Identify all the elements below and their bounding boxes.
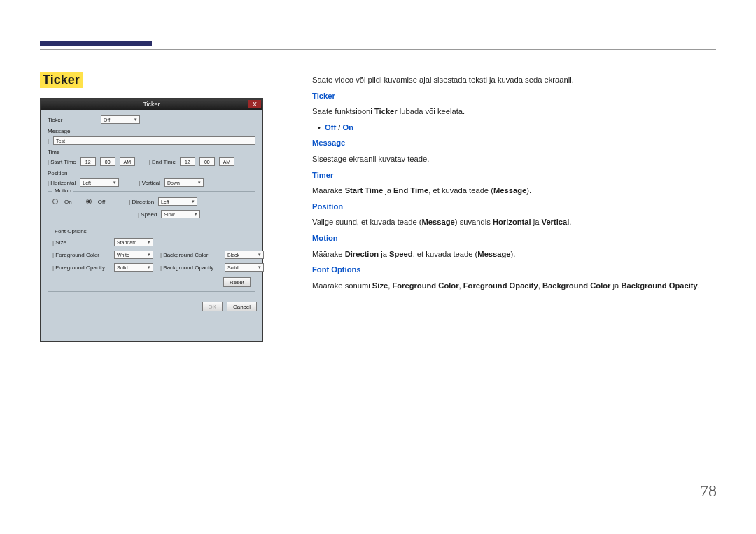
horizontal-select[interactable]: Left: [80, 178, 119, 187]
t7d: Foreground Color: [392, 281, 458, 290]
page-title: Ticker: [40, 72, 83, 88]
vertical-value: Down: [167, 181, 180, 185]
t5e: ja: [531, 218, 542, 226]
speed-label: Speed: [138, 211, 157, 218]
start-time-label: Start Time: [48, 159, 76, 165]
t5b: Message: [422, 218, 455, 226]
ticker-dialog-screenshot: Ticker X Ticker Off Message Test Time St…: [40, 98, 263, 342]
size-select[interactable]: Standard: [114, 238, 153, 246]
size-label: Size: [52, 239, 110, 246]
bg-color-select[interactable]: Black: [225, 251, 264, 259]
message-field-label: Message: [48, 128, 255, 134]
direction-label: Direction: [129, 199, 154, 205]
header-accent-bar: [40, 41, 152, 46]
motion-desc: Määrake Direction ja Speed, et kuvada te…: [312, 248, 718, 262]
motion-off-label: Off: [98, 199, 106, 205]
fg-opacity-label: Foreground Opacity: [52, 265, 110, 271]
horizontal-value: Left: [83, 181, 91, 185]
font-options-group: Font Options Size Standard Foreground Co…: [48, 232, 255, 292]
opt-on: On: [342, 123, 354, 132]
vertical-select[interactable]: Down: [164, 178, 204, 187]
time-field-label: Time: [48, 149, 255, 155]
position-desc: Valige suund, et kuvada teade (Message) …: [312, 216, 718, 230]
t7k: .: [698, 281, 700, 290]
t4c: ja: [383, 186, 393, 195]
end-mm[interactable]: 00: [200, 157, 215, 166]
fg-opacity-select[interactable]: Solid: [114, 263, 153, 272]
fg-opacity-value: Solid: [117, 265, 128, 270]
motion-on-label: On: [64, 199, 72, 205]
end-ap[interactable]: AM: [219, 157, 234, 166]
ticker-field-label: Ticker: [48, 117, 97, 123]
t2b: Ticker: [374, 107, 398, 115]
opt-off: Off: [325, 123, 336, 132]
content-column: Saate video või pildi kuvamise ajal sise…: [312, 73, 718, 295]
t6b: Direction: [345, 250, 379, 258]
t2a: Saate funktsiooni: [312, 107, 374, 115]
t4f: Message: [493, 186, 526, 195]
t2c: lubada või keelata.: [398, 107, 465, 115]
bg-opacity-label: Background Opacity: [160, 265, 220, 271]
t7a: Määrake sõnumi: [312, 281, 372, 290]
bg-color-value: Black: [227, 253, 239, 258]
t6f: Message: [477, 250, 510, 258]
end-time-label: End Time: [149, 159, 176, 165]
horizontal-label: Horizontal: [48, 180, 76, 186]
bg-opacity-value: Solid: [227, 265, 239, 270]
fg-color-label: Foreground Color: [52, 252, 110, 258]
t5g: .: [569, 218, 571, 226]
start-ap[interactable]: AM: [120, 157, 135, 166]
motion-off-radio[interactable]: [86, 199, 92, 204]
t5d: Horizontal: [493, 218, 531, 226]
message-input[interactable]: Test: [53, 136, 255, 145]
section-font-options: Font Options: [312, 263, 718, 277]
start-mm[interactable]: 00: [100, 157, 115, 166]
motion-on-radio[interactable]: [52, 199, 58, 204]
section-motion: Motion: [312, 232, 718, 246]
t5c: ) suvandis: [455, 218, 493, 226]
dialog-title: Ticker: [143, 101, 160, 108]
speed-select[interactable]: Slow: [161, 210, 200, 218]
font-options-legend: Font Options: [52, 228, 89, 234]
off-on-option: Off / On: [312, 121, 718, 135]
fg-color-select[interactable]: White: [114, 251, 153, 259]
t6g: ).: [511, 250, 516, 258]
direction-value: Left: [161, 199, 169, 204]
t4e: , et kuvada teade (: [428, 186, 493, 195]
intro-text: Saate video või pildi kuvamise ajal sise…: [312, 73, 718, 87]
ticker-select[interactable]: Off: [101, 115, 140, 124]
t7f: Foreground Opacity: [463, 281, 538, 290]
ticker-select-value: Off: [104, 118, 110, 122]
t4g: ).: [526, 186, 531, 195]
page-number: 78: [700, 482, 717, 500]
header-rule: [40, 49, 716, 50]
bg-color-label: Background Color: [160, 252, 220, 258]
t7h: Background Color: [542, 281, 611, 290]
cancel-button[interactable]: Cancel: [227, 302, 257, 311]
position-field-label: Position: [48, 170, 255, 176]
t4b: Start Time: [345, 186, 384, 195]
t6a: Määrake: [312, 250, 345, 258]
motion-legend: Motion: [52, 188, 74, 194]
section-message: Message: [312, 136, 718, 150]
ok-button[interactable]: OK: [202, 302, 223, 311]
bg-opacity-select[interactable]: Solid: [225, 263, 264, 272]
start-hh[interactable]: 12: [80, 157, 96, 166]
ticker-desc: Saate funktsiooni Ticker lubada või keel…: [312, 105, 718, 119]
fg-color-value: White: [117, 253, 130, 258]
speed-value: Slow: [164, 212, 174, 217]
message-desc: Sisestage ekraanil kuvatav teade.: [312, 153, 718, 167]
t4d: End Time: [393, 186, 428, 195]
t6c: ja: [379, 250, 389, 258]
vertical-label: Vertical: [139, 180, 160, 186]
section-timer: Timer: [312, 169, 718, 183]
t6e: , et kuvada teade (: [413, 250, 478, 258]
reset-button[interactable]: Reset: [223, 277, 251, 287]
t7j: Background Opacity: [621, 281, 697, 290]
font-options-desc: Määrake sõnumi Size, Foreground Color, F…: [312, 279, 718, 293]
end-hh[interactable]: 12: [180, 157, 195, 166]
t6d: Speed: [389, 250, 413, 258]
close-icon[interactable]: X: [248, 100, 261, 108]
direction-select[interactable]: Left: [158, 197, 197, 206]
section-position: Position: [312, 200, 718, 214]
